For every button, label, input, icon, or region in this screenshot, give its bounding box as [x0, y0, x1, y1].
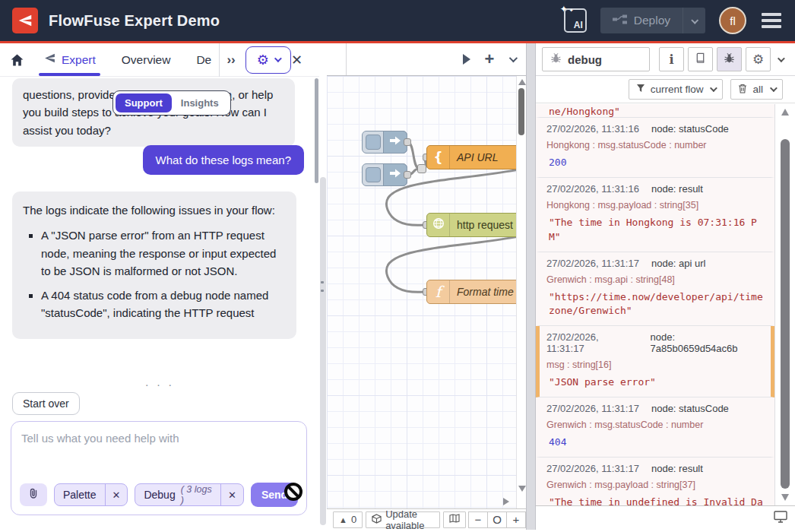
message-timestamp: 27/02/2026, 11:31:17 — [546, 331, 638, 354]
assistant-settings-button[interactable]: ⚙ — [245, 46, 291, 74]
output-port[interactable] — [404, 138, 411, 146]
tab-truncated[interactable]: De — [196, 53, 213, 67]
debug-message[interactable]: 27/02/2026, 11:31:17 node: 7a85b0659d54a… — [536, 326, 774, 397]
inject-node[interactable] — [362, 163, 407, 186]
debug-message[interactable]: 27/02/2026, 11:31:16 node: result Hongko… — [536, 178, 774, 252]
typing-indicator: · · · — [0, 378, 319, 391]
issue-list: A "JSON parse error" from an HTTP reques… — [23, 226, 286, 321]
inject-button[interactable] — [366, 135, 381, 150]
info-tab-button[interactable]: i — [659, 47, 684, 71]
warnings-indicator[interactable]: ▲ 0 — [333, 511, 363, 528]
zoom-reset-button[interactable]: O — [487, 511, 507, 528]
output-port[interactable] — [404, 171, 411, 179]
scroll-down-icon[interactable] — [781, 494, 789, 501]
package-icon — [372, 514, 382, 526]
filter-icon — [636, 84, 645, 95]
mode-toggle-popup: Support Insights — [112, 90, 231, 116]
inject-node[interactable] — [362, 131, 407, 154]
attach-button[interactable] — [20, 483, 47, 506]
scroll-up-icon[interactable] — [781, 109, 789, 116]
home-icon[interactable] — [11, 54, 24, 66]
menu-icon[interactable] — [760, 10, 783, 31]
panel-splitter[interactable] — [319, 43, 327, 530]
message-value: "The time in Hongkong is 07:31:16 PM" — [546, 216, 764, 245]
function-node-format[interactable]: f Format time — [426, 280, 526, 304]
flow-statusbar: ▲ 0 Update available − O + — [327, 508, 526, 530]
chat-input[interactable] — [21, 432, 296, 476]
inject-button[interactable] — [366, 167, 381, 182]
debug-scrollbar[interactable] — [781, 109, 790, 501]
message-value: 200 — [546, 156, 764, 170]
user-message: What do these logs mean? — [143, 145, 304, 175]
ai-assistant-icon[interactable]: ✦ ✦ AI — [564, 8, 587, 33]
settings-tab-button[interactable]: ⚙ — [746, 47, 771, 71]
deploy-options-caret[interactable] — [683, 8, 705, 33]
tab-overview[interactable]: Overview — [122, 53, 171, 67]
junction-node[interactable] — [417, 164, 426, 173]
debug-tab-button[interactable] — [717, 47, 742, 71]
zoom-out-button[interactable]: − — [468, 511, 488, 528]
debug-message[interactable]: ne/Hongkong" — [536, 104, 774, 118]
update-available-button[interactable]: Update available — [366, 511, 440, 528]
scroll-down-icon[interactable] — [518, 486, 526, 492]
canvas-scroll-thumb[interactable] — [518, 88, 524, 135]
app-header: FlowFuse Expert Demo ✦ ✦ AI Deploy fl — [0, 0, 795, 43]
http-request-node[interactable]: http request — [426, 213, 526, 237]
gear-icon: ⚙ — [257, 53, 269, 67]
chat-input-container: Palette ✕ Debug ( 3 logs ) ✕ Send — [11, 421, 307, 515]
add-flow-button[interactable]: + — [479, 43, 500, 75]
avatar[interactable]: fl — [719, 7, 746, 34]
tab-scroll-right-icon[interactable] — [456, 43, 477, 75]
debug-log-count: ( 3 logs ) — [181, 484, 217, 505]
debug-chip: Debug ( 3 logs ) ✕ — [135, 483, 244, 506]
scroll-right-icon[interactable] — [503, 498, 509, 505]
chevrons-right-icon[interactable]: ›› — [226, 52, 235, 68]
tabbar-divider — [219, 43, 220, 77]
sidebar-options-caret-icon[interactable] — [778, 55, 785, 62]
sidebar-splitter[interactable] — [526, 43, 536, 530]
tab-expert[interactable]: Expert — [43, 43, 96, 76]
flow-tab-partial[interactable] — [327, 43, 347, 75]
clear-dropdown[interactable]: all — [730, 79, 783, 100]
not-allowed-cursor-icon — [284, 483, 302, 501]
change-node-api-url[interactable]: { API URL — [426, 145, 526, 169]
navigator-button[interactable] — [443, 511, 466, 528]
start-over-button[interactable]: Start over — [12, 392, 80, 415]
debug-message[interactable]: 27/02/2026, 11:31:16 node: statusCode Ho… — [536, 118, 774, 178]
message-timestamp: 27/02/2026, 11:31:17 — [546, 403, 639, 414]
debug-scroll-thumb[interactable] — [781, 139, 790, 489]
gear-icon: ⚙ — [752, 53, 764, 66]
paperclip-icon — [27, 487, 40, 503]
mode-insights-button[interactable]: Insights — [172, 93, 228, 112]
remove-palette-icon[interactable]: ✕ — [105, 484, 128, 505]
debug-message[interactable]: 27/02/2026, 11:31:17 node: result Grenwi… — [536, 458, 774, 505]
mode-support-button[interactable]: Support — [116, 93, 172, 112]
debug-message-list: ne/Hongkong" 27/02/2026, 11:31:16 node: … — [536, 104, 775, 505]
deploy-button[interactable]: Deploy — [600, 8, 705, 33]
open-debug-window-icon[interactable] — [774, 511, 787, 526]
page-title: FlowFuse Expert Demo — [49, 12, 220, 30]
globe-icon — [432, 217, 445, 233]
help-tab-button[interactable] — [688, 47, 713, 71]
flowfuse-logo-icon — [12, 8, 38, 33]
chat-scrollbar[interactable] — [315, 78, 318, 183]
filter-dropdown[interactable]: current flow — [629, 79, 724, 100]
flow-list-caret-icon[interactable] — [502, 43, 523, 75]
close-icon[interactable]: ✕ — [291, 52, 302, 68]
assistant-panel: Expert Overview De ›› ⚙ ✕ questions, pro… — [0, 43, 319, 530]
remove-debug-icon[interactable]: ✕ — [220, 484, 243, 505]
map-icon — [449, 514, 460, 525]
warning-icon: ▲ — [339, 515, 347, 524]
flow-editor: + — [327, 43, 526, 530]
debug-message[interactable]: 27/02/2026, 11:31:17 node: statusCode Gr… — [536, 397, 774, 458]
scroll-up-icon[interactable] — [518, 79, 526, 85]
info-icon: i — [669, 52, 673, 67]
inject-arrow-icon — [389, 135, 401, 149]
debug-message[interactable]: 27/02/2026, 11:31:17 node: api url Grenw… — [536, 252, 774, 327]
message-node-name: node: api url — [651, 258, 706, 269]
zoom-in-button[interactable]: + — [506, 511, 526, 528]
canvas-scrollbar[interactable] — [516, 76, 526, 508]
splitter-bar[interactable] — [320, 177, 326, 525]
flow-canvas[interactable]: { API URL http request f Format time — [327, 76, 526, 508]
book-icon — [695, 52, 706, 67]
